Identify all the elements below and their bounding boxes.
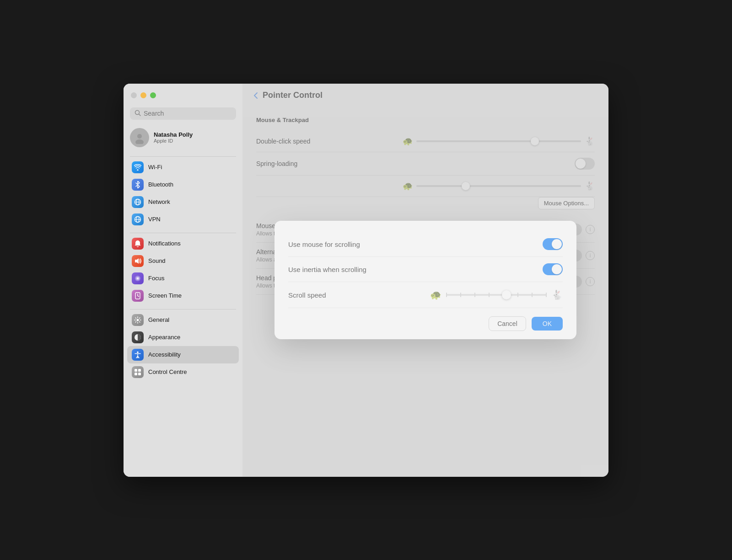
maximize-button[interactable] [150, 92, 156, 98]
network-icon [132, 196, 144, 208]
svg-rect-19 [138, 369, 141, 372]
modal-footer: Cancel OK [274, 308, 576, 339]
titlebar [124, 84, 242, 107]
scroll-fast-icon: 🐇 [551, 289, 563, 300]
sidebar-section-system: General Appearance Acces [124, 311, 242, 381]
tick-1 [446, 293, 447, 297]
search-icon [135, 110, 141, 117]
sound-icon [132, 255, 144, 267]
user-subtitle: Apple ID [154, 138, 193, 144]
sidebar-item-controlcentre[interactable]: Control Centre [127, 363, 239, 381]
sidebar: Natasha Polly Apple ID Wi-Fi [124, 84, 242, 477]
sidebar-item-general[interactable]: General [127, 311, 239, 329]
accessibility-icon [132, 349, 144, 361]
search-bar[interactable] [130, 107, 236, 120]
scroll-speed-slider-container: 🐢 [343, 289, 563, 300]
tick-6 [517, 293, 518, 297]
system-preferences-window: Natasha Polly Apple ID Wi-Fi [124, 84, 608, 477]
controlcentre-icon [132, 366, 144, 378]
use-inertia-scrolling-toggle[interactable] [543, 263, 563, 275]
user-name: Natasha Polly [154, 131, 193, 138]
sidebar-item-label-appearance: Appearance [148, 334, 180, 341]
svg-point-15 [137, 319, 139, 321]
search-input[interactable] [144, 110, 231, 117]
svg-rect-21 [138, 373, 141, 375]
sidebar-item-label-vpn: VPN [148, 216, 161, 223]
sidebar-section-network: Wi-Fi Bluetooth Network [124, 159, 242, 228]
sidebar-item-network[interactable]: Network [127, 193, 239, 211]
user-info: Natasha Polly Apple ID [154, 131, 193, 144]
bluetooth-icon [132, 179, 144, 191]
user-profile[interactable]: Natasha Polly Apple ID [124, 124, 242, 151]
sidebar-item-label-general: General [148, 316, 169, 323]
svg-rect-18 [135, 369, 137, 372]
sidebar-item-label-wifi: Wi-Fi [148, 164, 162, 171]
tick-4 [489, 293, 490, 297]
tick-8 [546, 293, 547, 297]
tick-3 [474, 293, 475, 297]
sidebar-item-notifications[interactable]: Notifications [127, 235, 239, 252]
tick-2 [460, 293, 461, 297]
sidebar-item-label-accessibility: Accessibility [148, 351, 181, 358]
modal-row-scroll-speed: Scroll speed 🐢 [288, 282, 563, 308]
sidebar-item-label-screentime: Screen Time [148, 292, 182, 299]
sidebar-item-accessibility[interactable]: Accessibility [127, 346, 239, 363]
appearance-icon [132, 331, 144, 343]
screentime-icon [132, 290, 144, 302]
sidebar-item-label-bluetooth: Bluetooth [148, 181, 173, 188]
sidebar-separator-1 [130, 156, 236, 157]
modal-content: Use mouse for scrolling Use inertia when… [274, 221, 576, 308]
ok-button[interactable]: OK [532, 317, 563, 331]
modal-label-use-mouse-scrolling: Use mouse for scrolling [288, 240, 360, 248]
svg-point-17 [137, 351, 139, 353]
sidebar-item-label-controlcentre: Control Centre [148, 368, 187, 375]
svg-point-2 [137, 134, 142, 139]
svg-marker-10 [135, 258, 139, 264]
sidebar-item-label-network: Network [148, 198, 170, 205]
scroll-slow-icon: 🐢 [430, 289, 441, 300]
sidebar-item-label-notifications: Notifications [148, 240, 181, 247]
wifi-icon [132, 161, 144, 173]
main-content: Pointer Control Mouse & Trackpad Double-… [242, 84, 608, 477]
modal-row-use-inertia-scrolling: Use inertia when scrolling [288, 256, 563, 282]
modal-label-scroll-speed: Scroll speed [288, 291, 343, 299]
minimize-button[interactable] [140, 92, 146, 98]
tick-7 [532, 293, 533, 297]
use-mouse-scrolling-toggle[interactable] [543, 238, 563, 250]
svg-rect-20 [135, 373, 137, 375]
modal-row-use-mouse-scrolling: Use mouse for scrolling [288, 232, 563, 256]
sidebar-item-screentime[interactable]: Screen Time [127, 287, 239, 304]
close-button[interactable] [131, 92, 137, 98]
modal-overlay: Use mouse for scrolling Use inertia when… [242, 84, 608, 477]
sidebar-item-sound[interactable]: Sound [127, 252, 239, 270]
modal-label-use-inertia-scrolling: Use inertia when scrolling [288, 266, 366, 273]
svg-point-3 [135, 139, 144, 144]
sidebar-item-focus[interactable]: Focus [127, 270, 239, 287]
sidebar-section-alerts: Notifications Sound [124, 235, 242, 304]
sidebar-separator-3 [130, 309, 236, 309]
sidebar-item-vpn[interactable]: VPN [127, 211, 239, 228]
mouse-options-modal: Use mouse for scrolling Use inertia when… [274, 221, 576, 339]
avatar [130, 128, 149, 147]
sidebar-item-label-sound: Sound [148, 257, 166, 264]
sidebar-item-wifi[interactable]: Wi-Fi [127, 159, 239, 176]
cancel-button[interactable]: Cancel [489, 316, 526, 331]
vpn-icon [132, 213, 144, 225]
svg-point-11 [137, 277, 139, 279]
general-icon [132, 314, 144, 326]
notifications-icon [132, 238, 144, 250]
svg-line-1 [139, 114, 141, 116]
focus-icon [132, 272, 144, 284]
sidebar-item-label-focus: Focus [148, 275, 164, 282]
sidebar-item-appearance[interactable]: Appearance [127, 329, 239, 346]
sidebar-separator-2 [130, 233, 236, 233]
scroll-speed-slider-track[interactable] [446, 294, 547, 296]
svg-line-14 [138, 296, 139, 297]
scroll-speed-slider-thumb[interactable] [502, 290, 511, 299]
sidebar-item-bluetooth[interactable]: Bluetooth [127, 176, 239, 193]
